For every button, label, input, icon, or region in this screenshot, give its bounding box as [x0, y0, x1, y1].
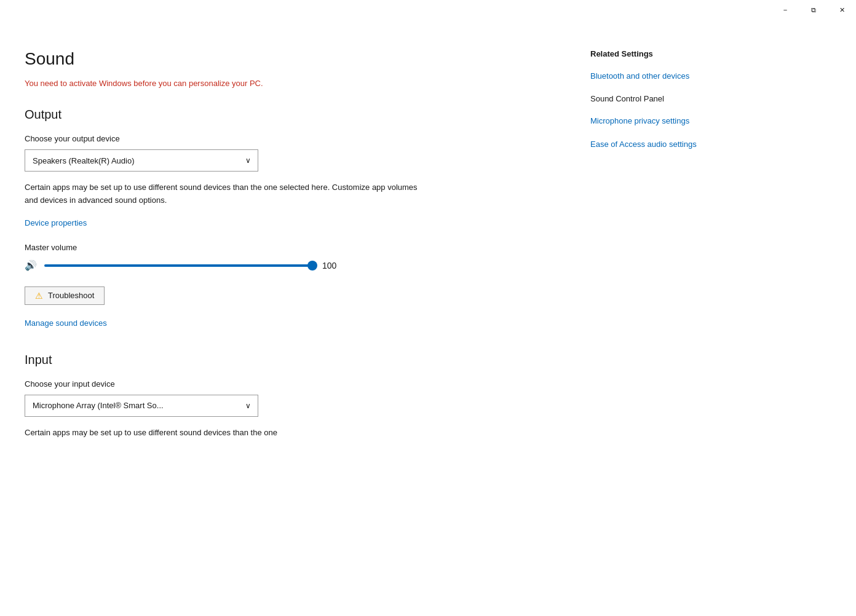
- troubleshoot-button[interactable]: ⚠ Troubleshoot: [25, 286, 105, 305]
- volume-section: Master volume 🔊 100: [25, 243, 553, 272]
- output-device-label: Choose your output device: [25, 134, 553, 143]
- volume-row: 🔊 100: [25, 259, 553, 272]
- ease-of-access-audio-link[interactable]: Ease of Access audio settings: [590, 139, 750, 150]
- input-section: Input Choose your input device Microphon…: [25, 353, 553, 440]
- slider-thumb[interactable]: [307, 261, 317, 270]
- output-section-header: Output: [25, 108, 553, 122]
- output-section: Output Choose your output device Speaker…: [25, 108, 553, 328]
- input-section-header: Input: [25, 353, 553, 367]
- right-panel: Related Settings Bluetooth and other dev…: [553, 49, 750, 449]
- close-button[interactable]: ✕: [828, 0, 856, 20]
- volume-icon: 🔊: [25, 259, 37, 271]
- troubleshoot-label: Troubleshoot: [48, 291, 94, 300]
- output-device-dropdown-container: Speakers (Realtek(R) Audio) ∨: [25, 149, 258, 172]
- output-description: Certain apps may be set up to use differ…: [25, 181, 418, 207]
- output-device-select[interactable]: Speakers (Realtek(R) Audio): [25, 149, 258, 172]
- main-content: Sound You need to activate Windows befor…: [0, 20, 856, 473]
- restore-button[interactable]: ⧉: [799, 0, 828, 20]
- sound-control-panel-link[interactable]: Sound Control Panel: [590, 94, 750, 103]
- warning-icon: ⚠: [35, 291, 43, 301]
- title-bar: − ⧉ ✕: [771, 0, 856, 20]
- input-description: Certain apps may be set up to use differ…: [25, 427, 418, 440]
- input-device-dropdown-container: Microphone Array (Intel® Smart So... ∨: [25, 395, 258, 417]
- left-panel: Sound You need to activate Windows befor…: [25, 49, 553, 449]
- input-device-select[interactable]: Microphone Array (Intel® Smart So...: [25, 395, 258, 417]
- device-properties-link[interactable]: Device properties: [25, 218, 87, 227]
- volume-label: Master volume: [25, 243, 553, 252]
- microphone-privacy-link[interactable]: Microphone privacy settings: [590, 116, 750, 127]
- related-settings-title: Related Settings: [590, 49, 750, 58]
- bluetooth-devices-link[interactable]: Bluetooth and other devices: [590, 71, 750, 82]
- page-title: Sound: [25, 49, 553, 69]
- manage-sound-devices-link[interactable]: Manage sound devices: [25, 318, 107, 328]
- activation-warning: You need to activate Windows before you …: [25, 79, 553, 88]
- slider-track: [44, 264, 315, 267]
- volume-slider[interactable]: [44, 259, 315, 272]
- volume-value: 100: [322, 261, 347, 270]
- input-device-label: Choose your input device: [25, 379, 553, 389]
- minimize-button[interactable]: −: [771, 0, 799, 20]
